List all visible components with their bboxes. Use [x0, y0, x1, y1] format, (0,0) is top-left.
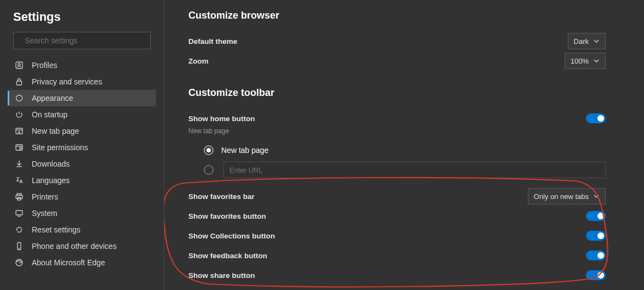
system-icon — [14, 208, 24, 218]
default-theme-select[interactable]: Dark — [568, 33, 606, 49]
edge-icon — [14, 258, 24, 268]
row-zoom: Zoom 100% — [188, 51, 606, 71]
settings-content: Customize browser Default theme Dark Zoo… — [164, 0, 644, 290]
row-feedback-button: Show feedback button — [188, 246, 606, 265]
languages-icon — [14, 175, 24, 185]
sidebar-item-privacy[interactable]: Privacy and services — [8, 73, 156, 90]
appearance-icon — [14, 93, 24, 103]
svg-rect-16 — [16, 195, 22, 198]
zoom-select[interactable]: 100% — [565, 53, 606, 69]
home-url-input[interactable] — [223, 162, 606, 178]
collections-button-toggle[interactable] — [586, 231, 606, 241]
radio-newtab-label: New tab page — [221, 146, 268, 155]
favorites-bar-value: Only on new tabs — [534, 192, 589, 201]
sidebar-item-site-permissions[interactable]: Site permissions — [8, 139, 156, 156]
default-theme-value: Dark — [574, 37, 589, 46]
sidebar-item-label: Appearance — [32, 94, 73, 103]
favorites-button-toggle[interactable] — [586, 211, 606, 221]
svg-rect-4 — [17, 81, 22, 85]
sidebar-item-languages[interactable]: Languages — [8, 172, 156, 189]
sidebar-item-reset[interactable]: Reset settings — [8, 221, 156, 238]
settings-title: Settings — [0, 8, 164, 32]
sidebar-item-label: Languages — [32, 176, 70, 185]
newtab-icon — [14, 126, 24, 136]
radio-newtab[interactable] — [204, 145, 214, 155]
collections-button-label: Show Collections button — [188, 232, 275, 240]
lock-icon — [14, 77, 24, 87]
radio-row-newtab[interactable]: New tab page — [204, 140, 606, 160]
radio-url[interactable] — [204, 165, 214, 175]
section-title-customize-browser: Customize browser — [188, 10, 606, 21]
sidebar-item-appearance[interactable]: Appearance — [8, 90, 156, 106]
row-collections-button: Show Collections button — [188, 226, 606, 246]
sidebar-item-downloads[interactable]: Downloads — [8, 156, 156, 172]
share-button-toggle[interactable] — [586, 270, 606, 280]
favorites-bar-select[interactable]: Only on new tabs — [528, 188, 606, 204]
favorites-bar-label: Show favorites bar — [188, 192, 255, 201]
svg-rect-18 — [16, 211, 22, 215]
sidebar-item-label: On startup — [32, 110, 67, 119]
sidebar-item-label: New tab page — [32, 127, 79, 135]
sidebar-item-about[interactable]: About Microsoft Edge — [8, 254, 156, 271]
home-button-toggle[interactable] — [586, 113, 606, 123]
svg-point-3 — [18, 63, 20, 65]
radio-row-url[interactable] — [204, 160, 606, 180]
search-container — [0, 32, 164, 56]
home-button-target-group: New tab page — [188, 140, 606, 180]
sidebar-item-label: Reset settings — [32, 225, 81, 234]
sidebar-item-label: Privacy and services — [32, 77, 102, 86]
sidebar-item-newtab[interactable]: New tab page — [8, 123, 156, 139]
chevron-down-icon — [593, 193, 600, 200]
settings-nav: Profiles Privacy and services Appearance… — [0, 56, 164, 271]
feedback-button-label: Show feedback button — [188, 252, 267, 260]
section-title-customize-toolbar: Customize toolbar — [188, 87, 606, 99]
svg-rect-10 — [16, 145, 22, 150]
row-share-button: Show share button — [188, 265, 606, 285]
search-box[interactable] — [13, 32, 151, 49]
row-default-theme: Default theme Dark — [188, 31, 606, 51]
sidebar-item-label: System — [32, 209, 58, 218]
svg-point-12 — [20, 147, 21, 149]
reset-icon — [14, 225, 24, 235]
home-button-label: Show home button — [188, 115, 255, 123]
default-theme-label: Default theme — [188, 37, 237, 46]
printer-icon — [14, 192, 24, 202]
sidebar-item-label: Printers — [32, 192, 58, 201]
sidebar-item-label: About Microsoft Edge — [32, 258, 105, 267]
permissions-icon — [14, 143, 24, 152]
download-icon — [14, 159, 24, 169]
home-button-note: New tab page — [188, 127, 606, 135]
sidebar-item-phone[interactable]: Phone and other devices — [8, 238, 156, 254]
profile-icon — [14, 60, 24, 70]
feedback-button-toggle[interactable] — [586, 251, 606, 260]
row-home-button: Show home button — [188, 109, 606, 128]
search-input[interactable] — [25, 36, 145, 45]
phone-icon — [14, 241, 24, 251]
chevron-down-icon — [593, 38, 600, 44]
chevron-down-icon — [593, 58, 600, 64]
sidebar-item-system[interactable]: System — [8, 205, 156, 221]
zoom-label: Zoom — [188, 57, 209, 65]
sidebar-item-label: Phone and other devices — [32, 242, 117, 251]
row-favorites-bar: Show favorites bar Only on new tabs — [188, 186, 606, 206]
sidebar-item-label: Downloads — [32, 160, 70, 168]
row-favorites-button: Show favorites button — [188, 206, 606, 226]
settings-sidebar: Settings Profiles Privacy and services — [0, 0, 164, 290]
sidebar-item-startup[interactable]: On startup — [8, 106, 156, 123]
sidebar-item-label: Profiles — [32, 61, 58, 70]
power-icon — [14, 110, 24, 120]
zoom-value: 100% — [571, 57, 589, 65]
favorites-button-label: Show favorites button — [188, 212, 266, 220]
sidebar-item-profiles[interactable]: Profiles — [8, 57, 156, 73]
sidebar-item-label: Site permissions — [32, 143, 88, 152]
share-button-label: Show share button — [188, 271, 255, 280]
sidebar-item-printers[interactable]: Printers — [8, 189, 156, 205]
